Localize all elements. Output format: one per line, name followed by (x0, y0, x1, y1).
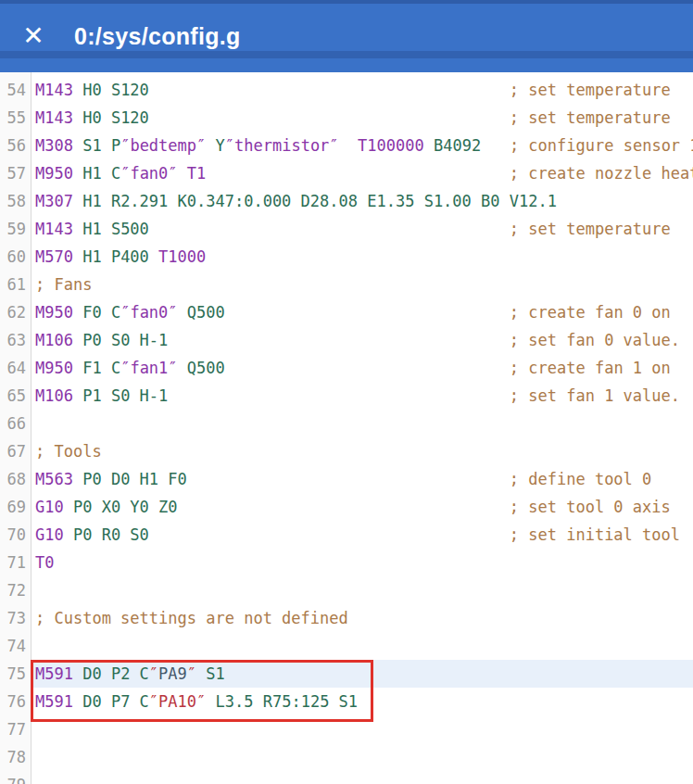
line-number: 76 (0, 688, 31, 715)
code-text: M106 P1 S0 H-1 ; set fan 1 value. (31, 382, 680, 410)
code-text: M307 H1 R2.291 K0.347:0.000 D28.08 E1.35… (31, 187, 557, 215)
line-number: 72 (0, 576, 31, 604)
line-number: 67 (0, 437, 31, 465)
code-line[interactable]: 58M307 H1 R2.291 K0.347:0.000 D28.08 E1.… (0, 187, 693, 215)
header-bottom-stripe (0, 51, 693, 58)
line-number: 74 (0, 632, 31, 660)
code-editor[interactable]: 54M143 H0 S120 ; set temperature55M143 H… (0, 72, 693, 784)
code-text: M591 D0 P2 C″PA9″ S1 (31, 660, 225, 688)
code-line[interactable]: 67; Tools (0, 437, 693, 465)
code-line[interactable]: 66 (0, 410, 693, 437)
code-line[interactable]: 65M106 P1 S0 H-1 ; set fan 1 value. (0, 382, 693, 410)
code-line[interactable]: 71T0 (0, 549, 693, 576)
code-lines: 54M143 H0 S120 ; set temperature55M143 H… (0, 76, 693, 784)
code-line[interactable]: 57M950 H1 C″fan0″ T1 ; create nozzle hea… (0, 159, 693, 187)
line-number: 61 (0, 271, 31, 298)
code-text: ; Custom settings are not defined (31, 604, 348, 632)
editor-header: ✕ 0:/sys/config.g (0, 0, 693, 72)
code-line[interactable]: 63M106 P0 S0 H-1 ; set fan 0 value. (0, 326, 693, 354)
code-text: G10 P0 X0 Y0 Z0 ; set tool 0 axis (31, 493, 671, 521)
line-number: 60 (0, 243, 31, 271)
code-line[interactable]: 64M950 F1 C″fan1″ Q500 ; create fan 1 on (0, 354, 693, 382)
code-text: M950 F0 C″fan0″ Q500 ; create fan 0 on (31, 298, 671, 326)
code-line[interactable]: 76M591 D0 P7 C″PA10″ L3.5 R75:125 S1 (0, 688, 693, 715)
code-text (31, 715, 35, 743)
code-line[interactable]: 73; Custom settings are not defined (0, 604, 693, 632)
code-text: M143 H1 S500 ; set temperature (31, 215, 671, 243)
code-line[interactable]: 77 (0, 715, 693, 743)
code-line[interactable]: 59M143 H1 S500 ; set temperature (0, 215, 693, 243)
line-number: 54 (0, 76, 31, 104)
line-number: 75 (0, 660, 31, 688)
code-text: M106 P0 S0 H-1 ; set fan 0 value. (31, 326, 680, 354)
code-line[interactable]: 79 (0, 771, 693, 784)
code-text (31, 576, 35, 604)
line-number: 71 (0, 549, 31, 576)
code-text: M950 F1 C″fan1″ Q500 ; create fan 1 on (31, 354, 671, 382)
line-number: 66 (0, 410, 31, 437)
code-text: M143 H0 S120 ; set temperature (31, 76, 671, 104)
line-number: 68 (0, 465, 31, 493)
code-text: M563 P0 D0 H1 F0 ; define tool 0 (31, 465, 651, 493)
code-text (31, 410, 35, 437)
code-line[interactable]: 62M950 F0 C″fan0″ Q500 ; create fan 0 on (0, 298, 693, 326)
code-line[interactable]: 70G10 P0 R0 S0 ; set initial tool (0, 521, 693, 549)
line-number: 65 (0, 382, 31, 410)
line-number: 59 (0, 215, 31, 243)
line-number: 70 (0, 521, 31, 549)
code-text (31, 743, 35, 771)
code-text: M570 H1 P400 T1000 (31, 243, 206, 271)
code-text: M591 D0 P7 C″PA10″ L3.5 R75:125 S1 (31, 688, 358, 715)
line-number: 62 (0, 298, 31, 326)
code-text: ; Fans (31, 271, 92, 298)
code-line[interactable]: 68M563 P0 D0 H1 F0 ; define tool 0 (0, 465, 693, 493)
code-line[interactable]: 74 (0, 632, 693, 660)
code-line[interactable]: 56M308 S1 P″bedtemp″ Y″thermistor″ T1000… (0, 132, 693, 159)
line-number: 78 (0, 743, 31, 771)
code-line[interactable]: 72 (0, 576, 693, 604)
line-number: 79 (0, 771, 31, 784)
code-text (31, 771, 35, 784)
code-line[interactable]: 60M570 H1 P400 T1000 (0, 243, 693, 271)
code-line[interactable]: 55M143 H0 S120 ; set temperature (0, 104, 693, 132)
line-number: 63 (0, 326, 31, 354)
line-number: 58 (0, 187, 31, 215)
line-number: 77 (0, 715, 31, 743)
code-text: M308 S1 P″bedtemp″ Y″thermistor″ T100000… (31, 132, 693, 159)
code-text: M143 H0 S120 ; set temperature (31, 104, 671, 132)
line-number: 69 (0, 493, 31, 521)
line-number: 64 (0, 354, 31, 382)
line-number: 55 (0, 104, 31, 132)
header-top-edge (0, 0, 693, 4)
code-text (31, 632, 35, 660)
file-path-title: 0:/sys/config.g (74, 23, 241, 50)
code-text: G10 P0 R0 S0 ; set initial tool (31, 521, 680, 549)
line-number: 73 (0, 604, 31, 632)
code-line[interactable]: 69G10 P0 X0 Y0 Z0 ; set tool 0 axis (0, 493, 693, 521)
code-line[interactable]: 54M143 H0 S120 ; set temperature (0, 76, 693, 104)
line-number: 56 (0, 132, 31, 159)
code-line[interactable]: 78 (0, 743, 693, 771)
code-line[interactable]: 61; Fans (0, 271, 693, 298)
code-line[interactable]: 75M591 D0 P2 C″PA9″ S1 (0, 660, 693, 688)
code-text: T0 (31, 549, 54, 576)
code-text: M950 H1 C″fan0″ T1 ; create nozzle heat (31, 159, 693, 187)
code-text: ; Tools (31, 437, 102, 465)
line-number: 57 (0, 159, 31, 187)
